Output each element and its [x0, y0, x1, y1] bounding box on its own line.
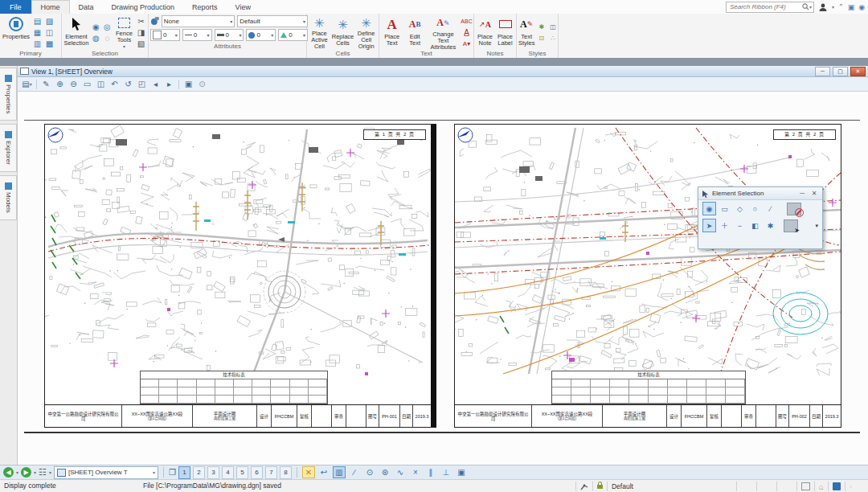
- search-dropdown-icon[interactable]: ▾: [809, 4, 812, 10]
- snap-mode-indicator[interactable]: [575, 482, 592, 491]
- selection-set-indicator[interactable]: [796, 482, 814, 491]
- active-cell-dropdown[interactable]: None ▾: [162, 15, 235, 27]
- snap-perpendicular-icon[interactable]: ⊥: [440, 466, 452, 478]
- change-text-attributes-button[interactable]: A✎ Change Text Attributes: [427, 15, 460, 50]
- connect-center-icon[interactable]: ▣: [848, 3, 855, 11]
- text-styles-button[interactable]: A✎ Text Styles: [518, 15, 534, 50]
- text-glossary-icon[interactable]: A̲: [461, 27, 472, 38]
- tab-reports[interactable]: Reports: [183, 0, 227, 14]
- disable-handles-icon[interactable]: [787, 203, 801, 215]
- dialog-close-icon[interactable]: ✕: [809, 190, 819, 197]
- snap-bisector-icon[interactable]: ∿: [394, 466, 407, 478]
- work-mode-indicator[interactable]: [828, 482, 845, 491]
- place-label-button[interactable]: Place Label: [496, 15, 514, 50]
- method-individual-icon[interactable]: ◉: [702, 202, 716, 215]
- level-manager-icon[interactable]: ◫: [44, 27, 55, 38]
- annotation-scale-icon[interactable]: ∴: [547, 33, 558, 43]
- view-next-icon[interactable]: ▸: [163, 79, 175, 90]
- method-circle-icon[interactable]: ○: [748, 202, 762, 215]
- snap-keypoint-icon[interactable]: ▥: [333, 466, 346, 478]
- view-title-bar[interactable]: View 1, [SHEET] Overview ─ ▢ ✕: [18, 66, 868, 77]
- sheet-1[interactable]: 第 1 页 共 2 页 技术指标表 中交第一公路勘察设计研究院有限公司 XX~X…: [44, 124, 436, 428]
- view-previous-icon[interactable]: ◂: [149, 79, 162, 90]
- cut-icon[interactable]: ✂: [136, 16, 146, 27]
- collapse-ribbon-icon[interactable]: ⌃: [838, 3, 844, 10]
- more-text-tools-icon[interactable]: A▾: [461, 39, 472, 49]
- view-toggle-2[interactable]: 2: [193, 466, 205, 479]
- active-level-indicator[interactable]: Default: [607, 482, 736, 491]
- fit-view-icon[interactable]: ◫: [95, 79, 107, 90]
- window-area-icon[interactable]: ▭: [81, 79, 93, 90]
- dock-tab-properties[interactable]: Properties: [0, 68, 17, 121]
- search-input[interactable]: [728, 2, 802, 11]
- snap-midpoint-icon[interactable]: ∕: [348, 466, 361, 478]
- overview-boundary-bottom[interactable]: [24, 432, 860, 433]
- tab-file[interactable]: File: [0, 0, 31, 14]
- place-text-button[interactable]: A Place Text: [381, 15, 403, 50]
- overview-boundary-top[interactable]: [24, 120, 860, 121]
- view-minimize-button[interactable]: ─: [815, 67, 830, 76]
- tab-view[interactable]: View: [227, 0, 260, 14]
- tab-drawing-production[interactable]: Drawing Production: [103, 0, 184, 14]
- view-toggles-icon[interactable]: ❐: [169, 468, 176, 477]
- select-all-icon[interactable]: ◍: [91, 33, 101, 43]
- snap-nearest-icon[interactable]: ↩: [317, 466, 330, 478]
- pan-view-icon[interactable]: ↺: [122, 79, 134, 90]
- snap-tangent-icon[interactable]: ∥: [424, 466, 437, 478]
- dock-tab-explorer[interactable]: Explorer: [0, 124, 17, 172]
- line-weight-dropdown[interactable]: 0 ▾: [215, 29, 244, 41]
- copy-fence-icon[interactable]: ◨: [136, 27, 146, 38]
- display-styles-icon[interactable]: ⊡: [536, 33, 547, 43]
- fence-mode-icon[interactable]: ▧: [136, 39, 146, 49]
- tab-data[interactable]: Data: [70, 0, 103, 14]
- view-toggle-4[interactable]: 4: [222, 466, 234, 479]
- level-display-icon[interactable]: ▨: [44, 16, 55, 27]
- properties-button[interactable]: Properties: [2, 15, 31, 50]
- drawing-canvas[interactable]: 第 1 页 共 2 页 技术指标表 中交第一公路勘察设计研究院有限公司 XX~X…: [18, 92, 868, 465]
- mode-subtract-icon[interactable]: −: [733, 219, 747, 232]
- view-redo-caret-icon[interactable]: ▾: [34, 469, 36, 475]
- explorer-icon[interactable]: ▤: [32, 16, 43, 27]
- element-selection-dialog[interactable]: Element Selection ─ ✕ ◉ ▭ ◇ ○ ∕ ➤ ＋ −: [698, 187, 823, 249]
- transparency-dropdown[interactable]: 0 ▾: [278, 29, 308, 41]
- ribbon-search[interactable]: ▾: [726, 2, 814, 13]
- zoom-out-icon[interactable]: ⊖: [68, 79, 80, 90]
- more-primary-tools-icon[interactable]: ▩: [44, 39, 55, 49]
- fence-tools-button[interactable]: Fence Tools ▾: [114, 15, 134, 50]
- mode-clear-icon[interactable]: ✱: [764, 219, 777, 232]
- element-templates-icon[interactable]: ◫: [547, 22, 558, 32]
- view-redo-button[interactable]: ▶: [21, 467, 31, 478]
- view-group-dropdown[interactable]: [SHEET] Overview T ▾: [54, 466, 158, 479]
- element-selection-button[interactable]: Element Selection: [63, 15, 89, 50]
- snap-point-through-icon[interactable]: ▣: [455, 466, 468, 478]
- view-toggle-7[interactable]: 7: [265, 466, 277, 479]
- dimension-styles-icon[interactable]: ✱: [536, 22, 547, 32]
- view-undo-caret-icon[interactable]: ▾: [16, 469, 18, 475]
- main-road[interactable]: [48, 233, 428, 247]
- update-view-icon[interactable]: ✎: [40, 79, 52, 90]
- user-icon[interactable]: [818, 2, 828, 12]
- select-none-icon[interactable]: ◌: [102, 33, 113, 43]
- snap-intersection-icon[interactable]: ×: [409, 466, 422, 478]
- edit-text-button[interactable]: AB Edit Text: [404, 15, 424, 50]
- view-toggle-5[interactable]: 5: [236, 466, 248, 479]
- place-note-button[interactable]: ↗A Place Note: [476, 15, 494, 50]
- models-icon[interactable]: ▥: [32, 39, 43, 49]
- class-dropdown[interactable]: 0 ▾: [246, 29, 276, 41]
- view-group-history-caret-icon[interactable]: ▾: [49, 469, 51, 475]
- dialog-expand-icon[interactable]: ▾: [815, 223, 818, 229]
- replace-cells-button[interactable]: ✳ Replace Cells: [332, 15, 354, 50]
- view-toggle-8[interactable]: 8: [280, 466, 292, 479]
- view-attributes-icon[interactable]: ▤▾: [21, 79, 33, 90]
- rotate-view-icon[interactable]: ↶: [108, 79, 121, 90]
- mode-add-icon[interactable]: ＋: [718, 219, 731, 232]
- locks-indicator[interactable]: [592, 482, 607, 491]
- accudraw-toggle-icon[interactable]: ✕: [302, 466, 315, 478]
- select-previous-icon[interactable]: ◎: [102, 22, 113, 32]
- define-cell-origin-button[interactable]: ✳ Define Cell Origin: [355, 15, 377, 50]
- ramp-edge-c[interactable]: [503, 245, 792, 374]
- view-undo-button[interactable]: ◀: [3, 467, 14, 478]
- method-shape-icon[interactable]: ◇: [733, 202, 747, 215]
- line-style-dropdown[interactable]: 0 ▾: [182, 29, 212, 41]
- view-maximize-button[interactable]: ▢: [833, 67, 848, 76]
